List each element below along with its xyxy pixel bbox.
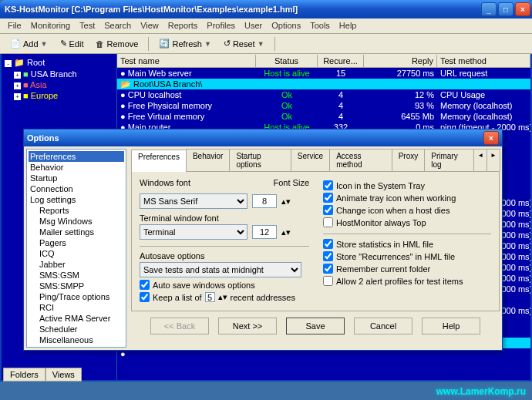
help-button[interactable]: Help [422, 318, 480, 334]
refresh-button[interactable]: 🔄 Refresh ▼ [153, 36, 216, 51]
table-header: Test name Status Recure... Reply Test me… [117, 54, 530, 68]
menu-options[interactable]: Options [267, 18, 305, 33]
tab-preferences[interactable]: Preferences [131, 150, 187, 172]
options-tree[interactable]: PreferencesBehaviorStartupConnectionLog … [26, 149, 126, 348]
next-button[interactable]: Next >> [218, 318, 277, 334]
col-name[interactable]: Test name [117, 55, 256, 67]
checkbox[interactable] [323, 264, 333, 274]
bottom-tabs: Folders Views [3, 368, 82, 382]
table-row[interactable]: ● CPU localhostOk412 %CPU Usage [117, 89, 530, 100]
menu-monitoring[interactable]: Monitoring [26, 18, 75, 33]
menu-reports[interactable]: Reports [163, 18, 203, 33]
options-tree-item[interactable]: Reports [29, 205, 124, 216]
checkbox[interactable] [323, 276, 333, 286]
col-method[interactable]: Test method [437, 55, 530, 67]
menu-file[interactable]: File [3, 18, 26, 33]
autosave-combo[interactable]: Save tests and stats at midnight [140, 262, 301, 277]
tab-proxy[interactable]: Proxy [392, 149, 426, 171]
options-tree-item[interactable]: Miscellaneous [29, 334, 124, 345]
tab-views[interactable]: Views [45, 368, 82, 382]
maximize-button[interactable]: □ [498, 2, 513, 16]
dialog-titlebar: Options × [24, 129, 502, 146]
separator [148, 37, 149, 51]
table-row[interactable]: ● Free Physical memoryOk493 %Memory (loc… [117, 100, 530, 111]
options-tree-item[interactable]: Log settings [29, 194, 124, 205]
options-tree-item[interactable]: Behavior [29, 162, 124, 173]
spin-icon[interactable]: ▴▾ [281, 227, 291, 237]
main-titlebar: KS-HostMonitor [C:\Program Files\HostMon… [0, 0, 532, 18]
col-reply[interactable]: Reply [364, 55, 437, 67]
menu-tools[interactable]: Tools [305, 18, 335, 33]
termfont-combo[interactable]: Terminal [140, 224, 247, 240]
tab-startup[interactable]: Startup options [229, 149, 291, 171]
keeplist-check[interactable] [140, 292, 150, 302]
options-tree-item[interactable]: Startup [29, 173, 124, 183]
checkbox[interactable] [323, 239, 333, 249]
col-recur[interactable]: Recure... [318, 55, 364, 67]
dialog-close-button[interactable]: × [483, 131, 499, 145]
table-row[interactable]: ● Main Web serverHost is alive1527750 ms… [117, 68, 530, 79]
options-tree-item[interactable]: SMS:GSM [29, 270, 124, 281]
winfont-label: Windows font [140, 178, 190, 187]
tab-scroll-right[interactable]: ► [487, 149, 500, 171]
tab-primarylog[interactable]: Primary log [424, 149, 474, 171]
menu-user[interactable]: User [240, 18, 267, 33]
tree-item-asia[interactable]: +■ Asia [5, 79, 113, 90]
remove-button[interactable]: 🗑 Remove [90, 37, 143, 51]
options-tree-item[interactable]: Msg Windows [29, 216, 124, 227]
tab-service[interactable]: Service [291, 149, 330, 171]
options-tree-item[interactable]: Active RMA Server [29, 313, 124, 324]
autosave-windows-check[interactable] [140, 280, 150, 290]
options-tree-item[interactable]: Pagers [29, 237, 124, 248]
options-tree-item[interactable]: Connection [29, 183, 124, 194]
menu-help[interactable]: Help [335, 18, 362, 33]
options-tree-item[interactable]: Jabber [29, 259, 124, 270]
spin-icon[interactable]: ▴▾ [281, 197, 291, 207]
tree-item-europe[interactable]: +■ Europe [5, 90, 113, 101]
options-tree-item[interactable]: Ping/Trace options [29, 291, 124, 302]
checkbox[interactable] [323, 251, 333, 261]
table-row[interactable]: ● Free Virtual memoryOk46455 MbMemory (l… [117, 111, 530, 122]
menu-profiles[interactable]: Profiles [202, 18, 240, 33]
menu-search[interactable]: Search [99, 18, 136, 33]
close-button[interactable]: × [515, 2, 530, 16]
options-tree-item[interactable]: Mailer settings [29, 227, 124, 237]
edit-button[interactable]: ✎ Edit [55, 36, 89, 51]
cancel-button[interactable]: Cancel [354, 318, 412, 334]
watermark: www.LamerKomp.ru [436, 386, 526, 397]
keeplist-input[interactable] [205, 292, 215, 302]
tab-folders[interactable]: Folders [3, 368, 45, 382]
add-button[interactable]: 📄 Add ▼ [5, 36, 53, 51]
tree-root[interactable]: -📁 Root [5, 57, 113, 69]
minimize-button[interactable]: _ [481, 2, 497, 16]
fontsize-input[interactable] [252, 194, 277, 208]
reset-button[interactable]: ↺ Reset ▼ [218, 36, 270, 51]
termsize-input[interactable] [252, 225, 277, 239]
checkbox[interactable] [323, 217, 333, 227]
separator [274, 37, 275, 51]
options-tree-item[interactable]: Preferences [29, 151, 124, 162]
back-button[interactable]: << Back [150, 318, 209, 334]
save-button[interactable]: Save [286, 318, 345, 334]
tree-item-usa[interactable]: +■ USA Branch [5, 69, 113, 79]
menu-view[interactable]: View [136, 18, 163, 33]
termfont-label: Terminal window font [140, 213, 309, 223]
tab-scroll-left[interactable]: ◄ [473, 149, 487, 171]
spin-icon[interactable]: ▴▾ [218, 292, 227, 302]
options-tabs: Preferences Behavior Startup options Ser… [131, 149, 500, 172]
fontsize-label: Font Size [274, 178, 309, 187]
checkbox[interactable] [323, 180, 333, 190]
checkbox[interactable] [323, 193, 333, 203]
options-tree-item[interactable]: ICQ [29, 248, 124, 259]
table-row[interactable]: 📂 Root\USA Branch\ [117, 79, 530, 89]
col-status[interactable]: Status [256, 55, 318, 67]
options-tree-item[interactable]: SMS:SMPP [29, 281, 124, 291]
winfont-combo[interactable]: MS Sans Serif [140, 193, 247, 209]
tab-behavior[interactable]: Behavior [186, 149, 230, 171]
options-tree-item[interactable]: Scheduler [29, 324, 124, 334]
tab-access[interactable]: Access method [329, 149, 392, 171]
menu-test[interactable]: Test [75, 18, 99, 33]
autosave-label: Autosave options [140, 251, 309, 261]
options-tree-item[interactable]: RCI [29, 302, 124, 313]
checkbox[interactable] [323, 205, 333, 215]
